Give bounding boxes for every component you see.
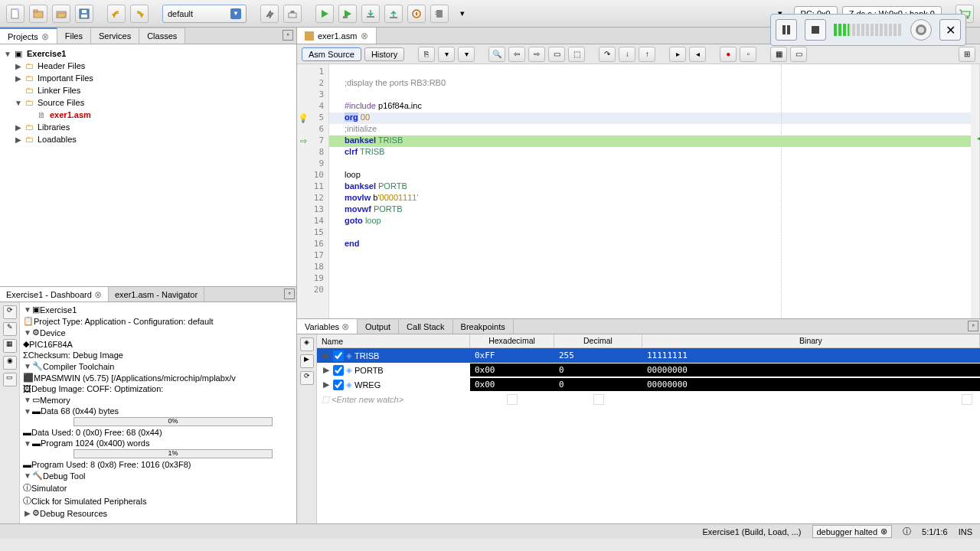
undo-button[interactable] [107, 5, 126, 23]
close-icon[interactable]: ⊗ [880, 527, 887, 536]
dropdown-button[interactable]: ▾ [453, 5, 472, 23]
minimize-button[interactable]: ▫ [968, 321, 978, 331]
info-icon[interactable]: ⓘ [903, 526, 911, 537]
tree-important-files[interactable]: ▶🗀Important Files [0, 72, 296, 84]
close-icon[interactable]: ⊗ [41, 31, 49, 42]
run-to-cursor-button[interactable]: ▸ [669, 47, 686, 62]
toggle-button[interactable]: ⬚ [568, 47, 585, 62]
error-stripe[interactable]: ◀ [971, 64, 980, 318]
table-row[interactable]: ▶◈PORTB 0x00 0 00000000 [317, 363, 980, 377]
ed-btn-2[interactable]: ▾ [438, 47, 455, 62]
close-debug-button[interactable]: ✕ [939, 19, 961, 41]
expand-icon[interactable]: ▶ [322, 365, 331, 375]
set-pc-button[interactable]: ◂ [689, 47, 706, 62]
dash-program-words[interactable]: ▼▬ Program 1024 (0x400) words [20, 438, 296, 448]
tree-libraries[interactable]: ▶🗀Libraries [0, 121, 296, 133]
bookmark-button[interactable]: ▭ [548, 47, 565, 62]
tree-loadables[interactable]: ▶🗀Loadables [0, 133, 296, 145]
build-status[interactable]: Exercise1 (Build, Load, ...) [702, 527, 801, 536]
ed-btn-x2[interactable]: ▦ [770, 47, 787, 62]
table-row[interactable]: ▶◈TRISB 0xFF 255 11111111 [317, 348, 980, 363]
lightbulb-icon[interactable]: 💡 [299, 113, 308, 122]
config-select[interactable]: default ▼ [162, 5, 247, 23]
dash-btn-1[interactable]: ⟳ [3, 305, 17, 319]
close-icon[interactable]: ⊗ [341, 321, 349, 332]
dash-btn-4[interactable]: ◉ [3, 356, 17, 370]
tab-services[interactable]: Services [91, 28, 139, 44]
new-file-button[interactable] [6, 5, 24, 23]
close-icon[interactable]: ⊗ [361, 31, 368, 41]
minimize-button[interactable]: ▫ [283, 30, 293, 41]
tree-header-files[interactable]: ▶🗀Header Files [0, 60, 296, 72]
open-button[interactable] [52, 5, 70, 23]
debug-button[interactable] [338, 5, 357, 23]
find-button[interactable]: 🔍 [488, 47, 505, 62]
vars-btn-2[interactable]: ▶ [300, 354, 314, 368]
history-mode[interactable]: History [364, 47, 404, 61]
stop-button[interactable] [805, 19, 826, 41]
dash-debug-tool[interactable]: ▼🔨 Debug Tool [20, 470, 296, 481]
tab-navigator[interactable]: exer1.asm - Navigator [109, 287, 204, 302]
breakpoint-button[interactable]: ● [720, 47, 737, 62]
tab-variables[interactable]: Variables⊗ [297, 319, 358, 334]
code-area[interactable]: ;display the ports RB3:RB0 #include p16f… [329, 64, 971, 318]
step-out-button[interactable]: ↑ [639, 47, 655, 62]
dash-btn-5[interactable]: ▭ [3, 373, 17, 386]
next-button[interactable]: ⇨ [528, 47, 545, 62]
tree-exer1-asm[interactable]: 🗎exer1.asm [0, 109, 296, 121]
expand-icon[interactable]: ▶ [14, 62, 23, 70]
tree-root[interactable]: ▼▣Exercise1 [0, 47, 296, 60]
program-button[interactable] [361, 5, 380, 23]
dash-btn-3[interactable]: ▦ [3, 339, 17, 353]
editor-tab-exer1[interactable]: exer1.asm ⊗ [297, 28, 377, 44]
step-over-button[interactable]: ↷ [599, 47, 616, 62]
prev-button[interactable]: ⇦ [508, 47, 525, 62]
ed-btn-x3[interactable]: ▭ [790, 47, 807, 62]
expand-icon[interactable]: ▶ [14, 135, 23, 144]
dash-btn-2[interactable]: ✎ [3, 322, 17, 336]
expand-icon[interactable]: ▼ [14, 99, 23, 107]
vars-btn-3[interactable]: ⟳ [300, 371, 314, 385]
dash-root[interactable]: ▼▣ Exercise1 [20, 304, 296, 315]
expand-icon[interactable]: ▶ [14, 74, 23, 83]
dash-debug-resources[interactable]: ▶⚙ Debug Resources [20, 507, 296, 519]
expand-icon[interactable]: ▶ [14, 123, 23, 132]
expand-icon[interactable]: ▼ [3, 50, 12, 58]
new-watch-row[interactable]: ⬚ <Enter new watch> [317, 392, 980, 406]
watch-checkbox[interactable] [333, 380, 344, 390]
expand-icon[interactable]: ▶ [322, 350, 331, 360]
insert-mode[interactable]: INS [959, 527, 972, 536]
expand-icon[interactable]: ▶ [322, 380, 331, 390]
maximize-editor-button[interactable]: ⊞ [959, 47, 975, 62]
run-button[interactable] [315, 5, 334, 23]
dash-device[interactable]: ▼⚙ Device [20, 327, 296, 338]
tab-callstack[interactable]: Call Stack [399, 319, 453, 334]
halt-notify-button[interactable] [910, 19, 932, 41]
new-project-button[interactable] [29, 5, 47, 23]
step-into-button[interactable]: ↓ [619, 47, 635, 62]
tab-breakpoints[interactable]: Breakpoints [453, 319, 514, 334]
save-button[interactable] [75, 5, 93, 23]
dash-peripherals[interactable]: ⓘ Click for Simulated Peripherals [20, 494, 296, 507]
vars-btn-1[interactable]: ◈ [300, 337, 314, 351]
clean-build-button[interactable] [283, 5, 302, 23]
table-row[interactable]: ▶◈WREG 0x00 0 00000000 [317, 377, 980, 392]
ed-btn-3[interactable]: ▾ [458, 47, 475, 62]
watch-checkbox[interactable] [333, 350, 344, 361]
tab-files[interactable]: Files [57, 28, 91, 44]
pause-button[interactable] [776, 19, 797, 41]
tab-output[interactable]: Output [358, 319, 399, 334]
dash-compiler[interactable]: ▼🔧 Compiler Toolchain [20, 360, 296, 372]
dash-data-bytes[interactable]: ▼▬ Data 68 (0x44) bytes [20, 406, 296, 416]
ed-btn-x1[interactable]: ▫ [740, 47, 756, 62]
hold-reset-button[interactable] [407, 5, 426, 23]
tree-source-files[interactable]: ▼🗀Source Files [0, 96, 296, 109]
tree-linker-files[interactable]: 🗀Linker Files [0, 84, 296, 96]
tab-projects[interactable]: Projects⊗ [0, 28, 57, 44]
read-device-button[interactable] [384, 5, 403, 23]
dash-memory[interactable]: ▼▭ Memory [20, 394, 296, 406]
asm-source-mode[interactable]: Asm Source [302, 47, 361, 61]
code-editor[interactable]: 1 2 3 4 💡5 6 ⇨7 8 9 10 11 12 13 14 15 16… [297, 64, 980, 318]
redo-button[interactable] [130, 5, 149, 23]
ed-btn-1[interactable]: ⎘ [418, 47, 435, 62]
